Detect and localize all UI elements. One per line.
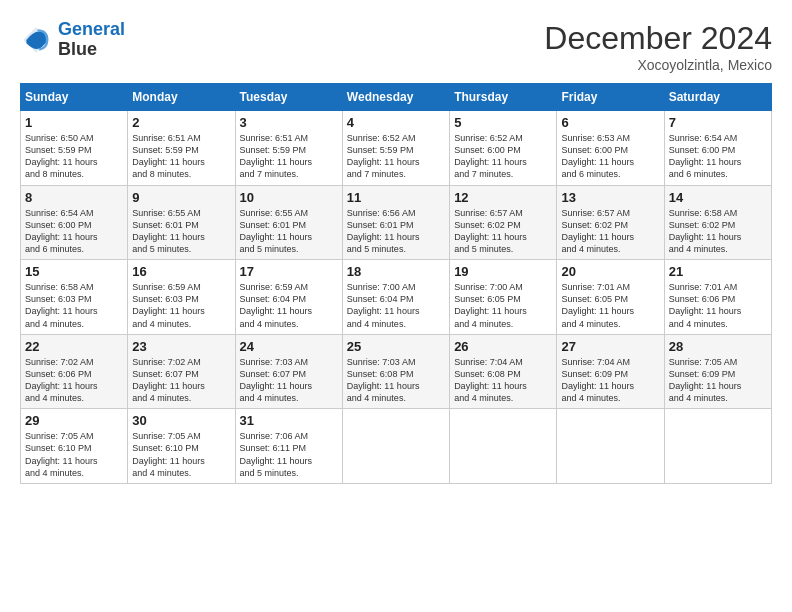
calendar-cell: 5 Sunrise: 6:52 AMSunset: 6:00 PMDayligh… xyxy=(450,111,557,186)
calendar-week-4: 22 Sunrise: 7:02 AMSunset: 6:06 PMDaylig… xyxy=(21,334,772,409)
day-info: Sunrise: 7:03 AMSunset: 6:08 PMDaylight:… xyxy=(347,356,445,405)
calendar-cell xyxy=(664,409,771,484)
day-info: Sunrise: 6:58 AMSunset: 6:02 PMDaylight:… xyxy=(669,207,767,256)
logo-icon xyxy=(20,24,52,56)
title-block: December 2024 Xocoyolzintla, Mexico xyxy=(544,20,772,73)
calendar-cell: 31 Sunrise: 7:06 AMSunset: 6:11 PMDaylig… xyxy=(235,409,342,484)
calendar-cell: 7 Sunrise: 6:54 AMSunset: 6:00 PMDayligh… xyxy=(664,111,771,186)
calendar-cell: 19 Sunrise: 7:00 AMSunset: 6:05 PMDaylig… xyxy=(450,260,557,335)
calendar-cell: 24 Sunrise: 7:03 AMSunset: 6:07 PMDaylig… xyxy=(235,334,342,409)
day-info: Sunrise: 7:02 AMSunset: 6:06 PMDaylight:… xyxy=(25,356,123,405)
day-info: Sunrise: 7:06 AMSunset: 6:11 PMDaylight:… xyxy=(240,430,338,479)
calendar-cell: 3 Sunrise: 6:51 AMSunset: 5:59 PMDayligh… xyxy=(235,111,342,186)
logo: GeneralBlue xyxy=(20,20,125,60)
day-info: Sunrise: 6:57 AMSunset: 6:02 PMDaylight:… xyxy=(454,207,552,256)
calendar-cell: 23 Sunrise: 7:02 AMSunset: 6:07 PMDaylig… xyxy=(128,334,235,409)
day-info: Sunrise: 7:00 AMSunset: 6:04 PMDaylight:… xyxy=(347,281,445,330)
day-number: 5 xyxy=(454,115,552,130)
weekday-tuesday: Tuesday xyxy=(235,84,342,111)
calendar-week-5: 29 Sunrise: 7:05 AMSunset: 6:10 PMDaylig… xyxy=(21,409,772,484)
day-number: 10 xyxy=(240,190,338,205)
weekday-wednesday: Wednesday xyxy=(342,84,449,111)
weekday-friday: Friday xyxy=(557,84,664,111)
calendar-cell: 11 Sunrise: 6:56 AMSunset: 6:01 PMDaylig… xyxy=(342,185,449,260)
calendar-cell: 8 Sunrise: 6:54 AMSunset: 6:00 PMDayligh… xyxy=(21,185,128,260)
day-info: Sunrise: 6:59 AMSunset: 6:03 PMDaylight:… xyxy=(132,281,230,330)
day-info: Sunrise: 6:50 AMSunset: 5:59 PMDaylight:… xyxy=(25,132,123,181)
day-info: Sunrise: 6:51 AMSunset: 5:59 PMDaylight:… xyxy=(132,132,230,181)
calendar-cell xyxy=(557,409,664,484)
day-info: Sunrise: 6:54 AMSunset: 6:00 PMDaylight:… xyxy=(25,207,123,256)
calendar-cell: 2 Sunrise: 6:51 AMSunset: 5:59 PMDayligh… xyxy=(128,111,235,186)
day-number: 12 xyxy=(454,190,552,205)
day-number: 4 xyxy=(347,115,445,130)
logo-text: GeneralBlue xyxy=(58,20,125,60)
day-number: 26 xyxy=(454,339,552,354)
calendar-week-3: 15 Sunrise: 6:58 AMSunset: 6:03 PMDaylig… xyxy=(21,260,772,335)
day-number: 20 xyxy=(561,264,659,279)
calendar-cell: 10 Sunrise: 6:55 AMSunset: 6:01 PMDaylig… xyxy=(235,185,342,260)
calendar-cell: 20 Sunrise: 7:01 AMSunset: 6:05 PMDaylig… xyxy=(557,260,664,335)
day-number: 15 xyxy=(25,264,123,279)
day-info: Sunrise: 6:51 AMSunset: 5:59 PMDaylight:… xyxy=(240,132,338,181)
day-info: Sunrise: 6:55 AMSunset: 6:01 PMDaylight:… xyxy=(240,207,338,256)
day-number: 2 xyxy=(132,115,230,130)
weekday-monday: Monday xyxy=(128,84,235,111)
day-number: 9 xyxy=(132,190,230,205)
day-info: Sunrise: 7:05 AMSunset: 6:10 PMDaylight:… xyxy=(25,430,123,479)
day-number: 18 xyxy=(347,264,445,279)
day-number: 17 xyxy=(240,264,338,279)
day-number: 30 xyxy=(132,413,230,428)
day-number: 28 xyxy=(669,339,767,354)
calendar-cell: 14 Sunrise: 6:58 AMSunset: 6:02 PMDaylig… xyxy=(664,185,771,260)
day-info: Sunrise: 6:59 AMSunset: 6:04 PMDaylight:… xyxy=(240,281,338,330)
day-info: Sunrise: 6:53 AMSunset: 6:00 PMDaylight:… xyxy=(561,132,659,181)
calendar-header: SundayMondayTuesdayWednesdayThursdayFrid… xyxy=(21,84,772,111)
calendar-cell: 13 Sunrise: 6:57 AMSunset: 6:02 PMDaylig… xyxy=(557,185,664,260)
day-number: 13 xyxy=(561,190,659,205)
calendar-cell: 21 Sunrise: 7:01 AMSunset: 6:06 PMDaylig… xyxy=(664,260,771,335)
day-info: Sunrise: 7:04 AMSunset: 6:09 PMDaylight:… xyxy=(561,356,659,405)
day-info: Sunrise: 7:03 AMSunset: 6:07 PMDaylight:… xyxy=(240,356,338,405)
day-info: Sunrise: 7:05 AMSunset: 6:09 PMDaylight:… xyxy=(669,356,767,405)
calendar-cell: 4 Sunrise: 6:52 AMSunset: 5:59 PMDayligh… xyxy=(342,111,449,186)
weekday-sunday: Sunday xyxy=(21,84,128,111)
day-info: Sunrise: 7:04 AMSunset: 6:08 PMDaylight:… xyxy=(454,356,552,405)
weekday-saturday: Saturday xyxy=(664,84,771,111)
day-number: 16 xyxy=(132,264,230,279)
calendar-cell: 1 Sunrise: 6:50 AMSunset: 5:59 PMDayligh… xyxy=(21,111,128,186)
calendar-cell: 28 Sunrise: 7:05 AMSunset: 6:09 PMDaylig… xyxy=(664,334,771,409)
day-number: 27 xyxy=(561,339,659,354)
calendar-cell xyxy=(450,409,557,484)
day-number: 3 xyxy=(240,115,338,130)
day-info: Sunrise: 7:01 AMSunset: 6:06 PMDaylight:… xyxy=(669,281,767,330)
day-number: 24 xyxy=(240,339,338,354)
day-info: Sunrise: 7:00 AMSunset: 6:05 PMDaylight:… xyxy=(454,281,552,330)
location: Xocoyolzintla, Mexico xyxy=(544,57,772,73)
calendar-cell: 26 Sunrise: 7:04 AMSunset: 6:08 PMDaylig… xyxy=(450,334,557,409)
calendar-cell: 6 Sunrise: 6:53 AMSunset: 6:00 PMDayligh… xyxy=(557,111,664,186)
calendar-cell: 29 Sunrise: 7:05 AMSunset: 6:10 PMDaylig… xyxy=(21,409,128,484)
calendar-cell: 12 Sunrise: 6:57 AMSunset: 6:02 PMDaylig… xyxy=(450,185,557,260)
day-number: 6 xyxy=(561,115,659,130)
day-number: 22 xyxy=(25,339,123,354)
month-title: December 2024 xyxy=(544,20,772,57)
calendar-week-1: 1 Sunrise: 6:50 AMSunset: 5:59 PMDayligh… xyxy=(21,111,772,186)
calendar-table: SundayMondayTuesdayWednesdayThursdayFrid… xyxy=(20,83,772,484)
calendar-cell: 30 Sunrise: 7:05 AMSunset: 6:10 PMDaylig… xyxy=(128,409,235,484)
day-info: Sunrise: 7:02 AMSunset: 6:07 PMDaylight:… xyxy=(132,356,230,405)
day-info: Sunrise: 6:57 AMSunset: 6:02 PMDaylight:… xyxy=(561,207,659,256)
day-info: Sunrise: 6:54 AMSunset: 6:00 PMDaylight:… xyxy=(669,132,767,181)
day-number: 31 xyxy=(240,413,338,428)
day-info: Sunrise: 6:52 AMSunset: 5:59 PMDaylight:… xyxy=(347,132,445,181)
calendar-cell: 25 Sunrise: 7:03 AMSunset: 6:08 PMDaylig… xyxy=(342,334,449,409)
calendar-cell: 27 Sunrise: 7:04 AMSunset: 6:09 PMDaylig… xyxy=(557,334,664,409)
page-header: GeneralBlue December 2024 Xocoyolzintla,… xyxy=(20,20,772,73)
calendar-cell: 22 Sunrise: 7:02 AMSunset: 6:06 PMDaylig… xyxy=(21,334,128,409)
day-number: 8 xyxy=(25,190,123,205)
calendar-body: 1 Sunrise: 6:50 AMSunset: 5:59 PMDayligh… xyxy=(21,111,772,484)
day-number: 23 xyxy=(132,339,230,354)
day-info: Sunrise: 6:56 AMSunset: 6:01 PMDaylight:… xyxy=(347,207,445,256)
day-info: Sunrise: 6:55 AMSunset: 6:01 PMDaylight:… xyxy=(132,207,230,256)
calendar-cell: 16 Sunrise: 6:59 AMSunset: 6:03 PMDaylig… xyxy=(128,260,235,335)
